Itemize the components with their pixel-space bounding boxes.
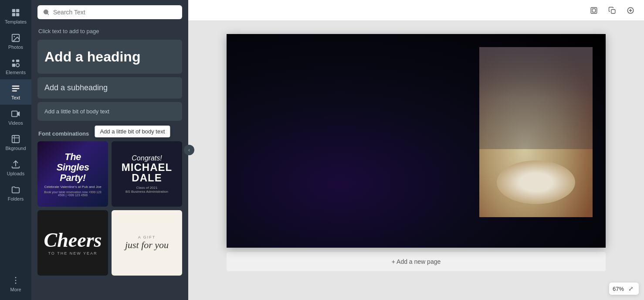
body-block[interactable]: Add a little bit of body text Add a litt…: [37, 102, 182, 121]
svg-rect-10: [12, 111, 17, 117]
svg-rect-3: [16, 13, 19, 16]
toolbar-top: [188, 0, 644, 21]
svg-point-12: [15, 277, 17, 278]
sidebar-label-uploads: Uploads: [7, 171, 24, 176]
zoom-level: 67%: [613, 286, 624, 292]
font-card-singles[interactable]: TheSinglesParty! Celebrate Valentine's a…: [37, 141, 108, 207]
search-bar: [31, 0, 188, 24]
canvas-scroll[interactable]: + Add a new page: [188, 21, 644, 300]
sidebar-item-uploads[interactable]: Uploads: [0, 155, 31, 181]
text-panel: Click text to add to page Add a heading …: [31, 0, 188, 300]
svg-rect-1: [16, 9, 19, 12]
sidebar-item-folders[interactable]: Folders: [0, 181, 31, 206]
sidebar-label-videos: Videos: [8, 120, 23, 126]
svg-rect-17: [592, 9, 596, 12]
michael-name: MICHAELDALE: [122, 162, 172, 183]
video-icon: [11, 109, 20, 119]
add-icon: [627, 7, 634, 14]
upload-icon: [11, 160, 20, 169]
svg-rect-11: [12, 136, 20, 143]
subheading-block[interactable]: Add a subheading: [37, 77, 182, 99]
cheers-sub: TO THE NEW YEAR: [48, 251, 97, 256]
copy-button[interactable]: [606, 4, 619, 17]
photo-person: [479, 47, 593, 149]
sidebar-item-text[interactable]: Text: [0, 79, 31, 105]
search-bar-inner: [37, 5, 182, 19]
collapse-panel-button[interactable]: ‹: [184, 145, 194, 155]
frame-button[interactable]: [587, 4, 600, 17]
add-page-button[interactable]: + Add a new page: [227, 252, 606, 271]
sidebar-label-more: More: [10, 287, 21, 292]
elements-icon: [11, 58, 20, 68]
font-card-michael[interactable]: Congrats! MICHAELDALE Class of 2021BS Bu…: [112, 141, 182, 207]
svg-rect-8: [12, 64, 15, 67]
svg-rect-0: [12, 9, 15, 12]
svg-rect-2: [12, 13, 15, 16]
sidebar: Templates Photos Elements Text Videos Bk…: [0, 0, 31, 300]
heading-text: Add a heading: [44, 48, 175, 65]
sidebar-label-background: Bkground: [5, 146, 26, 151]
subheading-text: Add a subheading: [44, 83, 175, 92]
heading-block[interactable]: Add a heading: [37, 40, 182, 74]
sidebar-label-folders: Folders: [8, 196, 24, 201]
cheers-text: Cheers: [44, 230, 102, 250]
font-card-gift[interactable]: A GIFT just for you: [112, 210, 182, 276]
gift-label: A GIFT: [138, 235, 156, 239]
image-icon: [11, 33, 20, 43]
svg-rect-16: [591, 7, 597, 14]
sidebar-label-elements: Elements: [6, 70, 26, 75]
grid-icon: [11, 8, 20, 17]
font-card-cheers[interactable]: Cheers TO THE NEW YEAR: [37, 210, 108, 276]
gift-text: just for you: [125, 239, 169, 251]
sidebar-item-elements[interactable]: Elements: [0, 54, 31, 79]
svg-rect-7: [16, 60, 19, 62]
fullscreen-button[interactable]: ⤢: [627, 284, 635, 293]
singles-sub: Celebrate Valentine's at Pub and Joe: [44, 185, 101, 189]
copy-icon: [608, 7, 616, 14]
svg-point-14: [15, 283, 17, 284]
michael-class: Class of 2021BS Business Administration: [125, 186, 168, 194]
canvas-area: + Add a new page 67% ⤢: [188, 0, 644, 300]
sidebar-label-templates: Templates: [5, 19, 27, 24]
sidebar-item-background[interactable]: Bkground: [0, 130, 31, 155]
body-text: Add a little bit of body text: [44, 108, 175, 115]
text-icon: [11, 84, 20, 93]
add-element-button[interactable]: [624, 4, 637, 17]
font-combinations-title: Font combinations: [37, 124, 182, 141]
sidebar-label-text: Text: [11, 95, 20, 100]
singles-title: TheSinglesParty!: [57, 152, 89, 184]
sidebar-item-photos[interactable]: Photos: [0, 29, 31, 54]
svg-rect-18: [611, 9, 615, 13]
canvas-photo: [479, 47, 593, 217]
click-hint: Click text to add to page: [37, 24, 182, 40]
svg-point-9: [16, 64, 19, 67]
svg-point-5: [14, 36, 15, 37]
canvas-page: [227, 34, 606, 248]
photo-bowl: [497, 160, 575, 204]
svg-point-13: [15, 280, 17, 281]
font-combinations-grid: TheSinglesParty! Celebrate Valentine's a…: [37, 141, 182, 276]
search-input[interactable]: [53, 9, 177, 16]
svg-point-6: [12, 60, 15, 62]
background-icon: [11, 134, 20, 144]
sidebar-label-photos: Photos: [8, 44, 23, 50]
folder-icon: [11, 185, 20, 194]
sidebar-item-more[interactable]: More: [0, 271, 31, 297]
panel-content: Click text to add to page Add a heading …: [31, 24, 188, 300]
search-icon: [43, 9, 50, 16]
sidebar-item-templates[interactable]: Templates: [0, 3, 31, 29]
zoom-bar: 67% ⤢: [609, 283, 639, 295]
frame-icon: [590, 7, 598, 14]
text-panel-wrapper: Click text to add to page Add a heading …: [31, 0, 188, 300]
singles-fine: Book your table reservation now +999 123…: [43, 191, 103, 197]
more-icon: [11, 276, 20, 285]
sidebar-item-videos[interactable]: Videos: [0, 105, 31, 130]
